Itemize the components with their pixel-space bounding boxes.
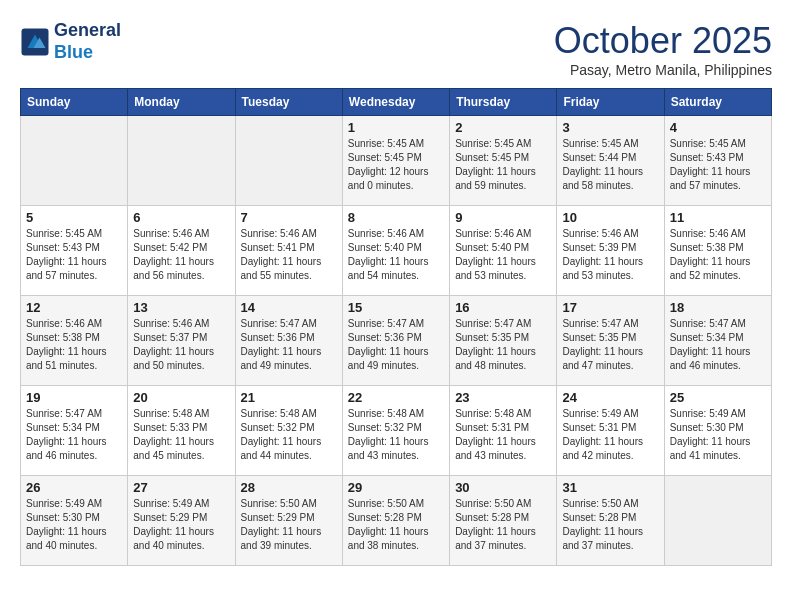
day-info: Sunrise: 5:46 AM Sunset: 5:38 PM Dayligh… <box>670 227 766 283</box>
location-subtitle: Pasay, Metro Manila, Philippines <box>554 62 772 78</box>
day-cell: 13Sunrise: 5:46 AM Sunset: 5:37 PM Dayli… <box>128 296 235 386</box>
day-cell: 2Sunrise: 5:45 AM Sunset: 5:45 PM Daylig… <box>450 116 557 206</box>
day-number: 30 <box>455 480 551 495</box>
month-title: October 2025 <box>554 20 772 62</box>
day-cell: 21Sunrise: 5:48 AM Sunset: 5:32 PM Dayli… <box>235 386 342 476</box>
day-cell: 10Sunrise: 5:46 AM Sunset: 5:39 PM Dayli… <box>557 206 664 296</box>
day-cell: 16Sunrise: 5:47 AM Sunset: 5:35 PM Dayli… <box>450 296 557 386</box>
day-number: 10 <box>562 210 658 225</box>
day-number: 16 <box>455 300 551 315</box>
day-info: Sunrise: 5:46 AM Sunset: 5:38 PM Dayligh… <box>26 317 122 373</box>
day-cell: 20Sunrise: 5:48 AM Sunset: 5:33 PM Dayli… <box>128 386 235 476</box>
day-number: 21 <box>241 390 337 405</box>
day-cell: 28Sunrise: 5:50 AM Sunset: 5:29 PM Dayli… <box>235 476 342 566</box>
day-number: 24 <box>562 390 658 405</box>
day-number: 7 <box>241 210 337 225</box>
day-number: 9 <box>455 210 551 225</box>
day-info: Sunrise: 5:46 AM Sunset: 5:37 PM Dayligh… <box>133 317 229 373</box>
day-cell: 7Sunrise: 5:46 AM Sunset: 5:41 PM Daylig… <box>235 206 342 296</box>
day-info: Sunrise: 5:45 AM Sunset: 5:43 PM Dayligh… <box>670 137 766 193</box>
day-info: Sunrise: 5:50 AM Sunset: 5:28 PM Dayligh… <box>562 497 658 553</box>
day-cell <box>21 116 128 206</box>
day-info: Sunrise: 5:45 AM Sunset: 5:45 PM Dayligh… <box>455 137 551 193</box>
day-cell: 26Sunrise: 5:49 AM Sunset: 5:30 PM Dayli… <box>21 476 128 566</box>
week-row-5: 26Sunrise: 5:49 AM Sunset: 5:30 PM Dayli… <box>21 476 772 566</box>
day-cell: 11Sunrise: 5:46 AM Sunset: 5:38 PM Dayli… <box>664 206 771 296</box>
day-info: Sunrise: 5:50 AM Sunset: 5:28 PM Dayligh… <box>455 497 551 553</box>
week-row-2: 5Sunrise: 5:45 AM Sunset: 5:43 PM Daylig… <box>21 206 772 296</box>
col-header-monday: Monday <box>128 89 235 116</box>
day-info: Sunrise: 5:47 AM Sunset: 5:35 PM Dayligh… <box>455 317 551 373</box>
day-info: Sunrise: 5:48 AM Sunset: 5:33 PM Dayligh… <box>133 407 229 463</box>
day-cell: 9Sunrise: 5:46 AM Sunset: 5:40 PM Daylig… <box>450 206 557 296</box>
day-info: Sunrise: 5:50 AM Sunset: 5:28 PM Dayligh… <box>348 497 444 553</box>
day-number: 5 <box>26 210 122 225</box>
day-number: 20 <box>133 390 229 405</box>
logo: GeneralBlue <box>20 20 121 63</box>
day-cell: 14Sunrise: 5:47 AM Sunset: 5:36 PM Dayli… <box>235 296 342 386</box>
day-cell: 29Sunrise: 5:50 AM Sunset: 5:28 PM Dayli… <box>342 476 449 566</box>
day-info: Sunrise: 5:47 AM Sunset: 5:36 PM Dayligh… <box>241 317 337 373</box>
day-number: 27 <box>133 480 229 495</box>
day-cell: 12Sunrise: 5:46 AM Sunset: 5:38 PM Dayli… <box>21 296 128 386</box>
day-number: 12 <box>26 300 122 315</box>
day-info: Sunrise: 5:45 AM Sunset: 5:45 PM Dayligh… <box>348 137 444 193</box>
day-number: 31 <box>562 480 658 495</box>
week-row-3: 12Sunrise: 5:46 AM Sunset: 5:38 PM Dayli… <box>21 296 772 386</box>
day-number: 2 <box>455 120 551 135</box>
day-info: Sunrise: 5:45 AM Sunset: 5:43 PM Dayligh… <box>26 227 122 283</box>
day-number: 6 <box>133 210 229 225</box>
day-number: 13 <box>133 300 229 315</box>
day-cell: 24Sunrise: 5:49 AM Sunset: 5:31 PM Dayli… <box>557 386 664 476</box>
day-info: Sunrise: 5:49 AM Sunset: 5:30 PM Dayligh… <box>26 497 122 553</box>
day-cell: 3Sunrise: 5:45 AM Sunset: 5:44 PM Daylig… <box>557 116 664 206</box>
day-number: 17 <box>562 300 658 315</box>
day-cell: 17Sunrise: 5:47 AM Sunset: 5:35 PM Dayli… <box>557 296 664 386</box>
day-number: 11 <box>670 210 766 225</box>
day-number: 26 <box>26 480 122 495</box>
day-number: 3 <box>562 120 658 135</box>
calendar-header-row: SundayMondayTuesdayWednesdayThursdayFrid… <box>21 89 772 116</box>
day-cell: 27Sunrise: 5:49 AM Sunset: 5:29 PM Dayli… <box>128 476 235 566</box>
day-info: Sunrise: 5:47 AM Sunset: 5:34 PM Dayligh… <box>670 317 766 373</box>
day-cell: 18Sunrise: 5:47 AM Sunset: 5:34 PM Dayli… <box>664 296 771 386</box>
day-number: 19 <box>26 390 122 405</box>
day-info: Sunrise: 5:45 AM Sunset: 5:44 PM Dayligh… <box>562 137 658 193</box>
day-info: Sunrise: 5:46 AM Sunset: 5:40 PM Dayligh… <box>455 227 551 283</box>
day-cell: 4Sunrise: 5:45 AM Sunset: 5:43 PM Daylig… <box>664 116 771 206</box>
col-header-wednesday: Wednesday <box>342 89 449 116</box>
day-cell: 31Sunrise: 5:50 AM Sunset: 5:28 PM Dayli… <box>557 476 664 566</box>
day-cell: 6Sunrise: 5:46 AM Sunset: 5:42 PM Daylig… <box>128 206 235 296</box>
col-header-tuesday: Tuesday <box>235 89 342 116</box>
day-cell: 15Sunrise: 5:47 AM Sunset: 5:36 PM Dayli… <box>342 296 449 386</box>
day-info: Sunrise: 5:46 AM Sunset: 5:42 PM Dayligh… <box>133 227 229 283</box>
day-number: 15 <box>348 300 444 315</box>
day-info: Sunrise: 5:46 AM Sunset: 5:41 PM Dayligh… <box>241 227 337 283</box>
col-header-saturday: Saturday <box>664 89 771 116</box>
day-info: Sunrise: 5:46 AM Sunset: 5:40 PM Dayligh… <box>348 227 444 283</box>
week-row-1: 1Sunrise: 5:45 AM Sunset: 5:45 PM Daylig… <box>21 116 772 206</box>
day-cell <box>128 116 235 206</box>
logo-icon <box>20 27 50 57</box>
col-header-friday: Friday <box>557 89 664 116</box>
day-info: Sunrise: 5:49 AM Sunset: 5:31 PM Dayligh… <box>562 407 658 463</box>
col-header-thursday: Thursday <box>450 89 557 116</box>
calendar-table: SundayMondayTuesdayWednesdayThursdayFrid… <box>20 88 772 566</box>
day-cell: 25Sunrise: 5:49 AM Sunset: 5:30 PM Dayli… <box>664 386 771 476</box>
day-cell: 8Sunrise: 5:46 AM Sunset: 5:40 PM Daylig… <box>342 206 449 296</box>
day-info: Sunrise: 5:47 AM Sunset: 5:36 PM Dayligh… <box>348 317 444 373</box>
day-info: Sunrise: 5:46 AM Sunset: 5:39 PM Dayligh… <box>562 227 658 283</box>
day-cell: 30Sunrise: 5:50 AM Sunset: 5:28 PM Dayli… <box>450 476 557 566</box>
day-number: 23 <box>455 390 551 405</box>
day-cell <box>235 116 342 206</box>
col-header-sunday: Sunday <box>21 89 128 116</box>
logo-text: GeneralBlue <box>54 20 121 63</box>
day-number: 4 <box>670 120 766 135</box>
day-info: Sunrise: 5:47 AM Sunset: 5:35 PM Dayligh… <box>562 317 658 373</box>
week-row-4: 19Sunrise: 5:47 AM Sunset: 5:34 PM Dayli… <box>21 386 772 476</box>
day-number: 29 <box>348 480 444 495</box>
day-number: 28 <box>241 480 337 495</box>
day-number: 22 <box>348 390 444 405</box>
day-cell: 5Sunrise: 5:45 AM Sunset: 5:43 PM Daylig… <box>21 206 128 296</box>
day-info: Sunrise: 5:47 AM Sunset: 5:34 PM Dayligh… <box>26 407 122 463</box>
